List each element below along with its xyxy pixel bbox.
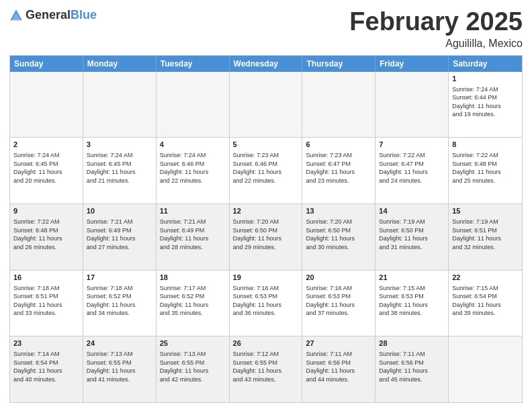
day-number: 6: [306, 140, 371, 150]
day-info: Sunrise: 7:23 AM Sunset: 6:47 PM Dayligh…: [306, 151, 371, 185]
day-info: Sunrise: 7:24 AM Sunset: 6:44 PM Dayligh…: [452, 85, 519, 119]
day-number: 17: [87, 273, 152, 283]
day-info: Sunrise: 7:20 AM Sunset: 6:50 PM Dayligh…: [233, 218, 299, 251]
logo-general: General: [26, 8, 71, 21]
header: GeneralBlue February 2025 Aguililla, Mex…: [9, 8, 523, 50]
day-number: 7: [379, 140, 445, 150]
day-number: 22: [452, 273, 519, 283]
calendar-week: 2Sunrise: 7:24 AM Sunset: 6:45 PM Daylig…: [10, 137, 522, 203]
calendar-week: 9Sunrise: 7:22 AM Sunset: 6:48 PM Daylig…: [10, 203, 522, 270]
calendar-cell: 2Sunrise: 7:24 AM Sunset: 6:45 PM Daylig…: [10, 138, 83, 203]
day-info: Sunrise: 7:11 AM Sunset: 6:56 PM Dayligh…: [306, 350, 371, 383]
calendar-cell: 25Sunrise: 7:13 AM Sunset: 6:55 PM Dayli…: [157, 336, 230, 402]
day-info: Sunrise: 7:22 AM Sunset: 6:48 PM Dayligh…: [13, 218, 79, 251]
calendar-cell: 3Sunrise: 7:24 AM Sunset: 6:45 PM Daylig…: [83, 138, 157, 203]
calendar-cell: 15Sunrise: 7:19 AM Sunset: 6:51 PM Dayli…: [449, 204, 522, 270]
day-info: Sunrise: 7:15 AM Sunset: 6:53 PM Dayligh…: [379, 284, 445, 318]
calendar-cell: [375, 72, 449, 138]
day-number: 25: [160, 338, 226, 349]
day-number: 1: [452, 74, 519, 84]
weekday-header: Friday: [375, 56, 449, 72]
calendar-cell: 7Sunrise: 7:22 AM Sunset: 6:47 PM Daylig…: [375, 138, 449, 203]
logo-text: GeneralBlue: [26, 8, 97, 22]
day-number: 3: [87, 140, 152, 150]
weekday-header: Sunday: [10, 56, 83, 72]
day-number: 28: [379, 338, 445, 349]
day-info: Sunrise: 7:17 AM Sunset: 6:52 PM Dayligh…: [160, 284, 226, 318]
logo-blue: Blue: [71, 8, 97, 21]
day-info: Sunrise: 7:23 AM Sunset: 6:46 PM Dayligh…: [233, 151, 299, 185]
calendar-cell: 19Sunrise: 7:16 AM Sunset: 6:53 PM Dayli…: [230, 271, 303, 336]
location-title: Aguililla, Mexico: [349, 38, 523, 50]
day-number: 9: [13, 206, 79, 216]
calendar-cell: 24Sunrise: 7:13 AM Sunset: 6:55 PM Dayli…: [83, 336, 157, 402]
day-info: Sunrise: 7:14 AM Sunset: 6:54 PM Dayligh…: [13, 350, 79, 383]
day-number: 2: [13, 140, 79, 150]
calendar-cell: 13Sunrise: 7:20 AM Sunset: 6:50 PM Dayli…: [302, 204, 375, 270]
calendar-week: 1Sunrise: 7:24 AM Sunset: 6:44 PM Daylig…: [10, 72, 522, 138]
day-info: Sunrise: 7:11 AM Sunset: 6:56 PM Dayligh…: [379, 350, 445, 383]
calendar-cell: 28Sunrise: 7:11 AM Sunset: 6:56 PM Dayli…: [375, 336, 449, 402]
weekday-header: Saturday: [449, 56, 522, 72]
calendar-cell: [157, 72, 230, 138]
day-number: 4: [160, 140, 226, 150]
page: GeneralBlue February 2025 Aguililla, Mex…: [0, 0, 532, 411]
calendar: SundayMondayTuesdayWednesdayThursdayFrid…: [9, 55, 523, 403]
day-info: Sunrise: 7:18 AM Sunset: 6:51 PM Dayligh…: [13, 284, 79, 318]
calendar-cell: [449, 336, 522, 402]
day-info: Sunrise: 7:20 AM Sunset: 6:50 PM Dayligh…: [306, 218, 371, 251]
calendar-cell: 6Sunrise: 7:23 AM Sunset: 6:47 PM Daylig…: [302, 138, 375, 203]
logo-icon: [9, 9, 23, 22]
calendar-cell: 20Sunrise: 7:16 AM Sunset: 6:53 PM Dayli…: [302, 271, 375, 336]
calendar-cell: 8Sunrise: 7:22 AM Sunset: 6:48 PM Daylig…: [449, 138, 522, 203]
day-info: Sunrise: 7:21 AM Sunset: 6:49 PM Dayligh…: [160, 218, 226, 251]
day-number: 13: [306, 206, 371, 216]
calendar-cell: 21Sunrise: 7:15 AM Sunset: 6:53 PM Dayli…: [375, 271, 449, 336]
calendar-cell: 27Sunrise: 7:11 AM Sunset: 6:56 PM Dayli…: [302, 336, 375, 402]
calendar-cell: 5Sunrise: 7:23 AM Sunset: 6:46 PM Daylig…: [230, 138, 303, 203]
day-number: 5: [233, 140, 299, 150]
day-info: Sunrise: 7:22 AM Sunset: 6:48 PM Dayligh…: [452, 151, 519, 185]
day-info: Sunrise: 7:18 AM Sunset: 6:52 PM Dayligh…: [87, 284, 152, 318]
calendar-cell: 23Sunrise: 7:14 AM Sunset: 6:54 PM Dayli…: [10, 336, 83, 402]
calendar-cell: 11Sunrise: 7:21 AM Sunset: 6:49 PM Dayli…: [157, 204, 230, 270]
calendar-cell: [230, 72, 303, 138]
calendar-cell: 1Sunrise: 7:24 AM Sunset: 6:44 PM Daylig…: [449, 72, 522, 138]
day-info: Sunrise: 7:16 AM Sunset: 6:53 PM Dayligh…: [306, 284, 371, 318]
weekday-header: Wednesday: [230, 56, 303, 72]
day-number: 19: [233, 273, 299, 283]
day-info: Sunrise: 7:16 AM Sunset: 6:53 PM Dayligh…: [233, 284, 299, 318]
weekday-header: Thursday: [302, 56, 375, 72]
day-info: Sunrise: 7:13 AM Sunset: 6:55 PM Dayligh…: [87, 350, 152, 383]
day-info: Sunrise: 7:15 AM Sunset: 6:54 PM Dayligh…: [452, 284, 519, 318]
day-number: 24: [87, 338, 152, 349]
calendar-cell: 26Sunrise: 7:12 AM Sunset: 6:55 PM Dayli…: [230, 336, 303, 402]
day-number: 27: [306, 338, 371, 349]
calendar-week: 16Sunrise: 7:18 AM Sunset: 6:51 PM Dayli…: [10, 270, 522, 336]
day-info: Sunrise: 7:19 AM Sunset: 6:50 PM Dayligh…: [379, 218, 445, 251]
month-title: February 2025: [349, 8, 523, 36]
day-info: Sunrise: 7:19 AM Sunset: 6:51 PM Dayligh…: [452, 218, 519, 251]
day-number: 18: [160, 273, 226, 283]
day-info: Sunrise: 7:24 AM Sunset: 6:45 PM Dayligh…: [13, 151, 79, 185]
day-number: 16: [13, 273, 79, 283]
title-block: February 2025 Aguililla, Mexico: [349, 8, 523, 50]
calendar-cell: [83, 72, 157, 138]
calendar-week: 23Sunrise: 7:14 AM Sunset: 6:54 PM Dayli…: [10, 336, 522, 402]
day-number: 11: [160, 206, 226, 216]
calendar-cell: 16Sunrise: 7:18 AM Sunset: 6:51 PM Dayli…: [10, 271, 83, 336]
calendar-cell: [302, 72, 375, 138]
calendar-cell: 22Sunrise: 7:15 AM Sunset: 6:54 PM Dayli…: [449, 271, 522, 336]
day-number: 12: [233, 206, 299, 216]
day-number: 15: [452, 206, 519, 216]
day-number: 20: [306, 273, 371, 283]
calendar-cell: 10Sunrise: 7:21 AM Sunset: 6:49 PM Dayli…: [83, 204, 157, 270]
day-info: Sunrise: 7:22 AM Sunset: 6:47 PM Dayligh…: [379, 151, 445, 185]
day-info: Sunrise: 7:24 AM Sunset: 6:46 PM Dayligh…: [160, 151, 226, 185]
calendar-header: SundayMondayTuesdayWednesdayThursdayFrid…: [10, 56, 522, 72]
day-info: Sunrise: 7:24 AM Sunset: 6:45 PM Dayligh…: [87, 151, 152, 185]
day-info: Sunrise: 7:12 AM Sunset: 6:55 PM Dayligh…: [233, 350, 299, 383]
calendar-body: 1Sunrise: 7:24 AM Sunset: 6:44 PM Daylig…: [10, 72, 522, 402]
day-number: 14: [379, 206, 445, 216]
day-info: Sunrise: 7:21 AM Sunset: 6:49 PM Dayligh…: [87, 218, 152, 251]
